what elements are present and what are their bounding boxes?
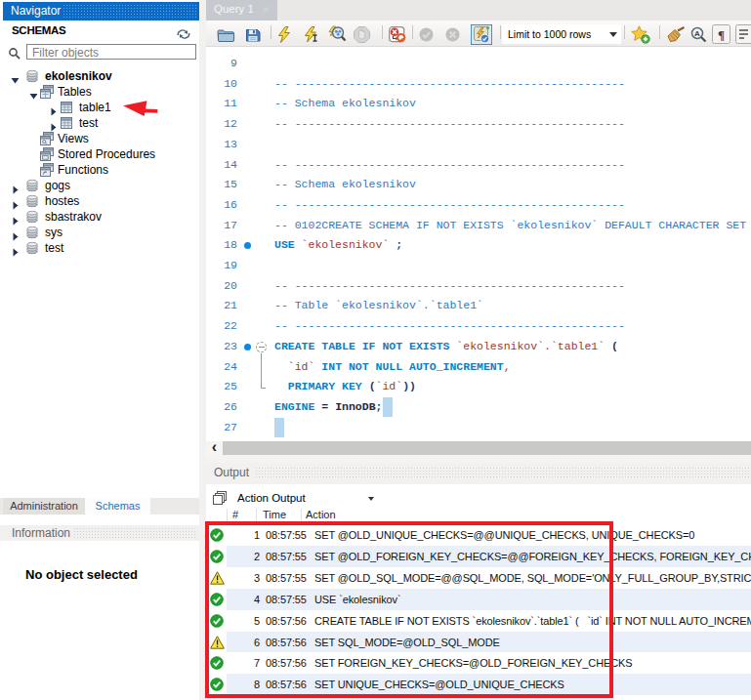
- svg-text:A: A: [694, 29, 700, 38]
- svg-text:¶: ¶: [718, 27, 725, 42]
